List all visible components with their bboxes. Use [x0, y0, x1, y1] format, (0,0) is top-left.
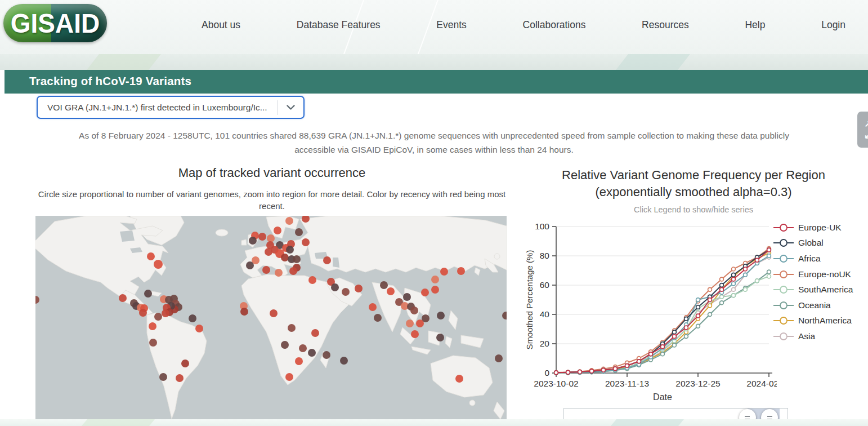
map-dot[interactable] — [299, 344, 307, 352]
map-dot[interactable] — [355, 285, 363, 292]
map-dot[interactable] — [436, 334, 444, 341]
expand-collapse-widget[interactable]: ↗ ↙ — [857, 112, 868, 148]
map-dot[interactable] — [181, 360, 189, 367]
map-dot[interactable] — [311, 329, 319, 337]
legend-item-global[interactable]: Global — [773, 236, 868, 251]
nav-item-events[interactable]: Events — [436, 19, 467, 31]
map-dot[interactable] — [437, 312, 445, 320]
map-dot[interactable] — [411, 330, 419, 338]
series-marker-europe-nouk — [720, 277, 724, 281]
legend-item-asia[interactable]: Asia — [773, 329, 868, 344]
series-marker-europe-uk — [566, 370, 570, 374]
gisaid-logo[interactable]: GISAID — [3, 4, 107, 42]
map-dot[interactable] — [380, 281, 388, 289]
map-dot[interactable] — [323, 351, 330, 359]
map-dot[interactable] — [265, 248, 272, 256]
map-dot[interactable] — [154, 313, 162, 321]
variant-selector-dropdown[interactable]: VOI GRA (JN.1+JN.1.*) first detected in … — [37, 96, 305, 119]
map-dot[interactable] — [119, 294, 127, 302]
map-dot[interactable] — [144, 290, 152, 298]
map-dot[interactable] — [189, 314, 196, 322]
map-dot[interactable] — [340, 357, 348, 365]
map-dot[interactable] — [369, 303, 377, 311]
series-marker-europe-uk — [625, 364, 629, 368]
map-dot[interactable] — [267, 234, 275, 242]
map-dot[interactable] — [440, 268, 448, 276]
series-marker-oceania — [661, 352, 665, 356]
map-dot[interactable] — [289, 267, 297, 275]
map-dot[interactable] — [295, 228, 303, 236]
map-dot[interactable] — [285, 373, 293, 381]
map-dot[interactable] — [431, 286, 439, 294]
map-dot[interactable] — [308, 349, 316, 357]
map-dot[interactable] — [246, 261, 254, 269]
map-dot[interactable] — [281, 341, 289, 349]
nav-item-login[interactable]: Login — [821, 19, 845, 31]
map-dot[interactable] — [323, 256, 331, 264]
world-map[interactable] — [35, 216, 507, 419]
map-dot[interactable] — [240, 308, 248, 316]
map-dot[interactable] — [421, 289, 429, 296]
legend-marker-icon — [773, 301, 794, 310]
map-dot[interactable] — [457, 267, 465, 275]
map-dot[interactable] — [293, 255, 301, 263]
nav-item-resources[interactable]: Resources — [642, 19, 689, 31]
legend-item-europe-uk[interactable]: Europe-UK — [773, 220, 868, 236]
series-marker-southamerica — [755, 279, 759, 283]
map-dot[interactable] — [302, 238, 310, 246]
map-dot[interactable] — [342, 288, 350, 296]
map-dot[interactable] — [288, 324, 296, 332]
map-dot[interactable] — [149, 322, 156, 330]
map-dot[interactable] — [270, 309, 278, 317]
map-dot[interactable] — [285, 217, 293, 225]
map-dot[interactable] — [249, 237, 257, 245]
legend-item-africa[interactable]: Africa — [773, 251, 868, 267]
legend-item-oceania[interactable]: Oceania — [773, 298, 868, 313]
map-dot[interactable] — [286, 246, 294, 254]
nav-item-collaborations[interactable]: Collaborations — [523, 19, 586, 31]
map-dot[interactable] — [431, 276, 439, 283]
page-title-bar: Tracking of hCoV-19 Variants — [5, 70, 868, 94]
map-dot[interactable] — [308, 276, 316, 284]
map-dot[interactable] — [331, 283, 339, 291]
summary-text: As of 8 February 2024 - 1258UTC, 101 cou… — [60, 128, 808, 157]
map-dot[interactable] — [387, 287, 395, 295]
legend-label: NorthAmerica — [798, 316, 852, 326]
map-dot[interactable] — [159, 373, 167, 381]
series-marker-global — [720, 283, 724, 287]
map-dot[interactable] — [495, 354, 503, 362]
series-marker-africa — [732, 282, 736, 286]
decorative-stripe — [82, 419, 155, 426]
map-dot[interactable] — [176, 374, 184, 382]
legend-item-southamerica[interactable]: SouthAmerica — [773, 282, 868, 298]
map-dot[interactable] — [139, 309, 147, 317]
map-dot[interactable] — [455, 375, 463, 383]
map-dot[interactable] — [149, 339, 157, 347]
map-dot[interactable] — [374, 314, 382, 322]
nav-item-database-features[interactable]: Database Features — [297, 19, 381, 31]
nav-item-about-us[interactable]: About us — [202, 19, 240, 31]
map-dot[interactable] — [154, 260, 163, 269]
nav-item-help[interactable]: Help — [745, 19, 765, 31]
map-dot[interactable] — [281, 254, 289, 261]
legend-item-northamerica[interactable]: NorthAmerica — [773, 313, 868, 329]
map-dot[interactable] — [295, 357, 303, 365]
series-line-southamerica — [556, 276, 769, 372]
map-dot[interactable] — [195, 325, 203, 332]
map-dot[interactable] — [275, 269, 283, 277]
map-dot[interactable] — [147, 252, 155, 260]
map-dot[interactable] — [403, 293, 411, 301]
map-dot[interactable] — [406, 320, 414, 327]
map-dot[interactable] — [274, 227, 281, 234]
map-dot[interactable] — [410, 307, 418, 314]
map-dot[interactable] — [416, 320, 424, 327]
map-dot[interactable] — [262, 266, 270, 274]
decorative-stripe — [87, 54, 161, 70]
legend-item-europe-nouk[interactable]: Europe-noUK — [773, 267, 868, 282]
series-marker-europe-nouk — [708, 287, 712, 291]
map-dot[interactable] — [258, 233, 266, 241]
map-dot[interactable] — [162, 309, 169, 317]
arrow-up-right-icon: ↗ — [864, 118, 868, 129]
legend-label: Asia — [798, 331, 815, 341]
series-marker-europe-uk — [696, 314, 700, 318]
